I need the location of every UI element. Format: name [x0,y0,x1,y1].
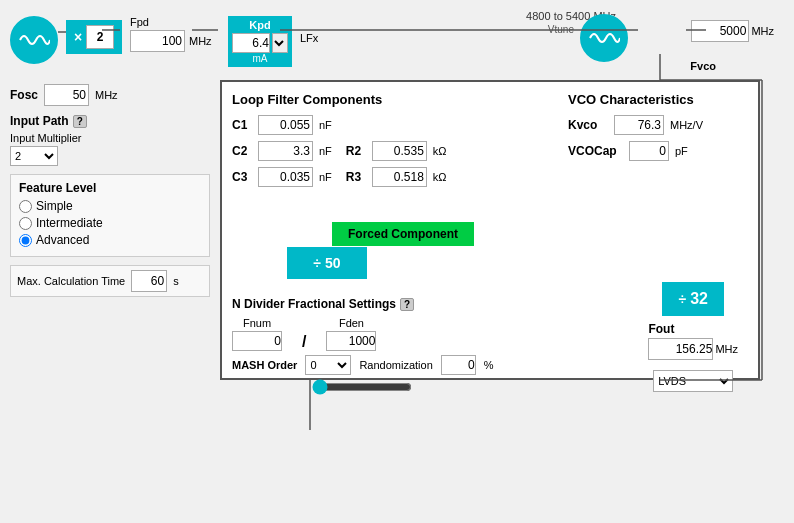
rand-label: Randomization [359,359,432,371]
vcocap-row: VCOCap pF [568,141,748,161]
input-path-section: Input Path ? Input Multiplier 2 1 4 [10,114,210,166]
fvco-section: MHz [691,20,774,42]
fout-unit: MHz [715,343,738,355]
multiplier-symbol: × [74,29,82,45]
right-output-section: ÷ 32 Fout MHz LVDS CML CMOS [648,282,738,392]
lvds-select[interactable]: LVDS CML CMOS [653,370,733,392]
left-panel: Fosc MHz Input Path ? Input Multiplier 2… [10,80,210,297]
rand-slider[interactable] [312,379,412,395]
vco-char-section: VCO Characteristics Kvco MHz/V VCOCap pF [568,92,748,167]
mash-select[interactable]: 0 1 2 3 [305,355,351,375]
multiplier-input[interactable]: 2 [86,25,114,49]
fnum-label: Fnum [243,317,271,329]
fout-input[interactable] [648,338,713,360]
mash-label: MASH Order [232,359,297,371]
feature-level-section: Feature Level Simple Intermediate Advanc… [10,174,210,257]
r2-input[interactable] [372,141,427,161]
r3-input[interactable] [372,167,427,187]
max-calc-input[interactable] [131,270,167,292]
fden-label: Fden [339,317,364,329]
c1-row: C1 nF [232,115,492,135]
forced-component-btn[interactable]: Forced Component [332,222,474,246]
n-divider-title: N Divider Fractional Settings ? [232,297,502,311]
fpd-unit: MHz [189,35,212,47]
c3-row: C3 nF R3 kΩ [232,167,492,187]
main-block: Loop Filter Components C1 nF C2 nF R2 kΩ… [220,80,760,380]
out-divider-symbol: ÷ [678,291,686,307]
fvco-label: Fvco [690,60,716,72]
radio-advanced-label: Advanced [36,233,89,247]
out-divider-value: 32 [690,290,708,308]
radio-simple[interactable]: Simple [19,199,201,213]
fosc-section: Fosc MHz [10,84,210,106]
fosc-unit: MHz [95,89,118,101]
vcocap-label: VCOCap [568,144,623,158]
kpd-dropdown[interactable]: ▼ [272,33,288,53]
rand-input[interactable] [441,355,476,375]
input-path-label: Input Path [10,114,69,128]
vco-char-title: VCO Characteristics [568,92,748,107]
c1-unit: nF [319,119,332,131]
max-calc-label: Max. Calculation Time [17,275,125,287]
radio-intermediate[interactable]: Intermediate [19,216,201,230]
fvco-unit: MHz [751,25,774,37]
fnum-input[interactable] [232,331,282,351]
r2-label: R2 [346,144,366,158]
lfx-label: LFx [300,32,318,44]
fpd-input[interactable] [130,30,185,52]
fosc-circle [10,16,58,64]
loop-filter-section: Loop Filter Components C1 nF C2 nF R2 kΩ… [232,92,492,195]
c2-row: C2 nF R2 kΩ [232,141,492,161]
input-multiplier-select[interactable]: 2 1 4 [10,146,58,166]
vcocap-unit: pF [675,145,688,157]
radio-simple-label: Simple [36,199,73,213]
input-multiplier-label: Input Multiplier [10,132,82,144]
n-divider-symbol: ÷ [313,255,321,271]
vtune-label: Vtune [548,24,574,35]
fden-input[interactable] [326,331,376,351]
fpd-label: Fpd [130,16,149,28]
c3-unit: nF [319,171,332,183]
kpd-label: Kpd [249,19,270,31]
input-path-help[interactable]: ? [73,115,87,128]
r2-unit: kΩ [433,145,447,157]
fvco-circle [580,14,628,62]
kvco-row: Kvco MHz/V [568,115,748,135]
n-divider-help[interactable]: ? [400,298,414,311]
main-container: 4800 to 5400 MHz × 2 Fpd MHz Kpd [0,0,794,523]
fosc-input[interactable] [44,84,89,106]
frac-slash: / [302,333,306,351]
rand-unit: % [484,359,494,371]
vcocap-input[interactable] [629,141,669,161]
c2-unit: nF [319,145,332,157]
radio-intermediate-label: Intermediate [36,216,103,230]
c1-input[interactable] [258,115,313,135]
c2-label: C2 [232,144,252,158]
multiplier-box: × 2 [66,20,122,54]
kpd-input[interactable] [232,33,270,53]
kvco-input[interactable] [614,115,664,135]
radio-advanced[interactable]: Advanced [19,233,201,247]
loop-filter-title: Loop Filter Components [232,92,492,107]
c2-input[interactable] [258,141,313,161]
mash-row: MASH Order 0 1 2 3 Randomization % [232,355,502,375]
fosc-label: Fosc [10,88,38,102]
fvco-input[interactable] [691,20,749,42]
max-calc-unit: s [173,275,179,287]
kpd-unit: mA [253,53,268,64]
kvco-unit: MHz/V [670,119,703,131]
n-divider-box: ÷ 50 [287,247,367,279]
c3-label: C3 [232,170,252,184]
kpd-box: Kpd ▼ mA [228,16,292,67]
fout-label: Fout [648,322,674,336]
kvco-label: Kvco [568,118,608,132]
c1-label: C1 [232,118,252,132]
c3-input[interactable] [258,167,313,187]
r3-label: R3 [346,170,366,184]
r3-unit: kΩ [433,171,447,183]
n-divider-frac-section: N Divider Fractional Settings ? Fnum / F… [232,297,502,398]
max-calc-section: Max. Calculation Time s [10,265,210,297]
feature-level-title: Feature Level [19,181,201,195]
out-divider-box: ÷ 32 [662,282,723,316]
n-divider-title-text: N Divider Fractional Settings [232,297,396,311]
